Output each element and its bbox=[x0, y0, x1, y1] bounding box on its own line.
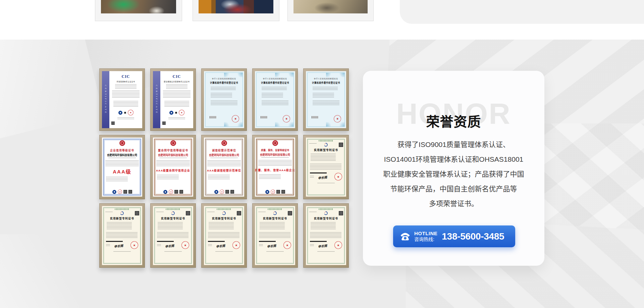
red-seal-icon: ★ bbox=[117, 189, 122, 194]
certificate-enterprise-credit-aaa[interactable]: 企业信用等级证书 合肥珂玛环保科技有限公司 AAA级 ★ bbox=[99, 135, 145, 199]
qr-code bbox=[230, 190, 234, 194]
certificate-integrity-demonstration[interactable]: 诚信经营示范单位 合肥珂玛环保科技有限公司 AAA级诚信经营示范单位 ★ bbox=[201, 135, 247, 199]
certificate-inner-border bbox=[103, 207, 141, 264]
cnipa-patent-logo-icon bbox=[120, 211, 124, 215]
certificate-title: 职业健康安全管理体系认证证书 bbox=[160, 80, 193, 83]
certificate-cic-environmental[interactable]: CERTIFICATE CIC 环境管理体系认证证书 ★ bbox=[99, 68, 145, 131]
text-lines bbox=[164, 101, 189, 107]
red-seal-icon: ★ bbox=[178, 109, 185, 116]
qr-code bbox=[339, 143, 343, 147]
qr-code bbox=[123, 190, 127, 194]
certificate-software-copyright[interactable]: 中华人民共和国国家版权局 计算机软件著作权登记证书 ★ bbox=[303, 68, 349, 131]
qr-code bbox=[288, 211, 292, 215]
certificate-title: 计算机软件著作权登记证书 bbox=[206, 81, 243, 84]
cnipa-patent-logo-icon bbox=[222, 211, 226, 215]
certificate-utility-patent[interactable]: 实用新型专利证书 申长雨 ★ bbox=[99, 203, 145, 268]
concrete-pit-photo bbox=[293, 0, 368, 13]
text-lines bbox=[112, 91, 140, 99]
certificate-utility-patent[interactable]: 实用新型专利证书 申长雨 ★ bbox=[150, 203, 196, 268]
text-lines bbox=[313, 93, 334, 98]
certificate-inner-border bbox=[307, 139, 345, 195]
text-lines bbox=[258, 212, 266, 213]
honor-paragraph-line: 节能环保产品，中国自主创新名优产品等 bbox=[372, 182, 535, 196]
certificate-inner-border: 中华人民共和国国家版权局 计算机软件著作权登记证书 ★ bbox=[205, 72, 243, 127]
text-lines bbox=[309, 212, 317, 213]
signature: 申长雨 bbox=[216, 243, 225, 249]
cnipa-patent-logo-icon bbox=[273, 211, 277, 215]
honor-page: CERTIFICATE CIC 环境管理体系认证证书 ★ bbox=[0, 0, 644, 308]
barcode bbox=[210, 116, 216, 118]
cnipa-patent-logo-icon bbox=[324, 143, 328, 147]
signature: 申长雨 bbox=[165, 243, 174, 249]
red-seal-icon: ★ bbox=[270, 189, 275, 194]
top-strip bbox=[0, 0, 644, 40]
qr-code bbox=[237, 211, 241, 215]
text-lines bbox=[259, 244, 263, 247]
certification-logo-icon bbox=[265, 190, 269, 194]
hotline-number: 138-5600-3485 bbox=[442, 231, 504, 242]
gallery-card[interactable] bbox=[287, 0, 374, 21]
certificate-authority: 中华人民共和国国家版权局 bbox=[308, 77, 344, 80]
signature: 申长雨 bbox=[318, 175, 327, 180]
signature: 申长雨 bbox=[267, 243, 276, 249]
gallery-card[interactable] bbox=[193, 0, 279, 21]
hotline-button[interactable]: HOTLINE 咨询热线: 138-5600-3485 bbox=[393, 225, 515, 247]
certificate-software-copyright[interactable]: 中华人民共和国国家版权局 计算机软件著作权登记证书 ★ bbox=[201, 68, 247, 131]
text-lines bbox=[310, 244, 314, 247]
certificate-utility-patent[interactable]: 实用新型专利证书 申长雨 ★ bbox=[303, 135, 349, 199]
certificate-title: 计算机软件著作权登记证书 bbox=[308, 81, 344, 84]
green-ornament bbox=[319, 140, 333, 142]
green-ornament bbox=[166, 208, 180, 210]
barcode bbox=[261, 116, 267, 118]
text-lines bbox=[117, 117, 135, 119]
qr-code bbox=[135, 211, 139, 215]
text-lines bbox=[208, 244, 212, 247]
text-lines bbox=[157, 244, 161, 247]
red-seal-icon: ★ bbox=[219, 189, 224, 194]
text-lines bbox=[115, 84, 137, 89]
certificate-cic-occupational-health[interactable]: CERTIFICATE CIC 职业健康安全管理体系认证证书 ★ bbox=[150, 68, 196, 131]
signature: 申长雨 bbox=[114, 243, 123, 249]
certificate-side-band: CERTIFICATE bbox=[153, 71, 160, 128]
qr-code bbox=[186, 211, 190, 215]
certificate-utility-patent[interactable]: 实用新型专利证书 申长雨 ★ bbox=[252, 203, 298, 268]
corner-ornament bbox=[224, 73, 230, 77]
text-lines bbox=[106, 244, 110, 247]
certificate-utility-patent[interactable]: 实用新型专利证书 申长雨 ★ bbox=[303, 203, 349, 268]
cnipa-patent-logo-icon bbox=[171, 211, 175, 215]
gallery-card[interactable] bbox=[95, 0, 182, 21]
honor-card: HONOR 荣誉资质 获得了ISO9001质量管理体系认证、 ISO14001环… bbox=[363, 71, 544, 266]
text-lines bbox=[211, 87, 236, 91]
accreditation-mark-icon bbox=[124, 111, 126, 114]
certificate-inner-border: 中华人民共和国国家版权局 计算机软件著作权登记证书 ★ bbox=[256, 72, 294, 127]
qr-code bbox=[276, 190, 280, 194]
text-lines bbox=[313, 87, 338, 91]
accreditation-logo-icon bbox=[118, 111, 122, 115]
certificate-quality-service-reputation[interactable]: 质量、服务、信誉等级证书 合肥珂玛环保科技有限公司 质量、服务、信誉AAA级企业… bbox=[252, 135, 298, 199]
certification-logo-icon bbox=[214, 190, 218, 194]
honor-paragraph: 获得了ISO9001质量管理体系认证、 ISO14001环境管理体系认证和OHS… bbox=[372, 137, 535, 211]
text-lines bbox=[211, 93, 232, 98]
corner-ornament bbox=[236, 73, 243, 77]
qr-code bbox=[162, 121, 166, 125]
honor-section: CERTIFICATE CIC 环境管理体系认证证书 ★ bbox=[0, 40, 644, 308]
green-ornament bbox=[217, 208, 231, 210]
certificate-inner-border: 中华人民共和国国家版权局 计算机软件著作权登记证书 ★ bbox=[307, 72, 345, 127]
corner-ornament bbox=[287, 73, 293, 77]
hotline-label-en: HOTLINE bbox=[414, 230, 437, 237]
certificate-inner-border bbox=[103, 139, 141, 196]
qr-code bbox=[111, 121, 115, 125]
corner-ornament bbox=[275, 122, 281, 126]
green-ornament bbox=[115, 208, 129, 210]
certificate-inner-border bbox=[256, 139, 294, 196]
cnipa-patent-logo-icon bbox=[324, 211, 328, 215]
corner-ornament bbox=[275, 73, 281, 77]
certificate-utility-patent[interactable]: 实用新型专利证书 申长雨 ★ bbox=[201, 203, 247, 268]
certificate-grid: CERTIFICATE CIC 环境管理体系认证证书 ★ bbox=[99, 68, 349, 268]
certificate-contract-trustworthy[interactable]: 重合同守信用等级证书 合肥珂玛环保科技有限公司 AAA级重合同守信用企业 ★ bbox=[150, 135, 196, 199]
honor-paragraph-line: 职业健康安全管理体系认证；产品获得了中国 bbox=[372, 167, 535, 182]
text-lines bbox=[309, 143, 317, 144]
text-lines bbox=[262, 101, 288, 105]
certificate-software-copyright[interactable]: 中华人民共和国国家版权局 计算机软件著作权登记证书 ★ bbox=[252, 68, 298, 131]
phone-icon bbox=[399, 232, 411, 242]
